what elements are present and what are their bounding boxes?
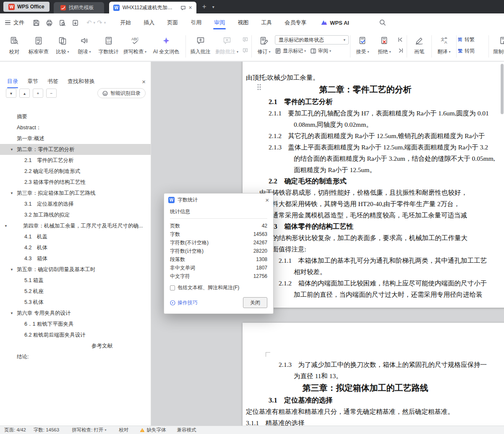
toc-item[interactable]: 第六章 专用夹具的设计 (0, 308, 151, 319)
vertical-scrollbar[interactable] (500, 63, 504, 424)
compare-button[interactable]: 比较 (52, 32, 73, 61)
track-changes-label: 修订 (257, 48, 270, 55)
dialog-title-bar[interactable]: W 字数统计 × (164, 193, 273, 206)
zoom-in-outline-button[interactable]: + (33, 89, 43, 98)
to-traditional-button[interactable]: 简 转繁 (458, 36, 487, 43)
document-page-2[interactable]: 2.1.3 为了减少加工中的换刀次数，箱体上的紧固孔的尺寸规格应保持一 为直径 … (243, 323, 504, 426)
ai-polish-button[interactable]: AI 全文润色 (148, 32, 184, 61)
toc-item[interactable]: 5.1 箱盖 (0, 275, 151, 286)
word-count-button[interactable]: 123 字数统计 (95, 32, 122, 61)
reject-revision-button[interactable]: 拒绝 (373, 32, 395, 61)
collapse-all-button[interactable]: ▾ (6, 89, 16, 98)
close-sidebar-icon[interactable]: × (142, 78, 146, 85)
toc-item-selected[interactable]: 第二章：零件工艺的分析 (0, 144, 151, 155)
wps-ai-label: WPS AI (330, 20, 349, 26)
wps-office-home-button[interactable]: W WPS Office (3, 2, 50, 12)
toc-item[interactable]: Abstract： (0, 122, 151, 133)
tab-view[interactable]: 视图 (238, 13, 248, 32)
file-menu-button[interactable]: 文件 (5, 19, 24, 26)
next-revision-button[interactable] (396, 47, 405, 54)
restrict-editing-button[interactable]: 限制编辑 (490, 32, 504, 61)
toc-item[interactable]: 4.1 机盖 (0, 231, 151, 242)
translate-button[interactable]: 文A 翻译 (433, 32, 455, 61)
insert-comment-button[interactable]: 插入批注 (187, 32, 214, 61)
smart-toc-button[interactable]: 智能识别目录 (97, 88, 146, 98)
accept-revision-button[interactable]: 接受 (352, 32, 373, 61)
expand-all-button[interactable]: ▴ (19, 89, 30, 98)
sidebar-tab-find-replace[interactable]: 查找和替换 (68, 78, 95, 85)
to-simplified-button[interactable]: 繁 转简 (458, 47, 487, 55)
redo-icon[interactable]: ↷ (97, 19, 102, 26)
print-icon[interactable] (46, 19, 53, 26)
toc-item[interactable]: 6．1 粗铣下平面夹具 (0, 319, 151, 329)
document-page-1[interactable]: 由顶托;吹械少加工余量。 第二章：零件工艺的分析 2.1 零件的工艺分析 2.1… (243, 62, 504, 308)
delete-comment-button[interactable]: 删除批注 (214, 32, 240, 61)
tab-insert[interactable]: 插入 (144, 13, 154, 32)
toc-item[interactable]: 摘要 (0, 111, 151, 122)
close-dialog-button[interactable]: 关闭 (243, 297, 267, 308)
undo-dropdown-icon[interactable]: ▾ (94, 21, 96, 25)
print-preview-icon[interactable] (59, 19, 66, 26)
tab-review-active[interactable]: 审阅 (214, 13, 225, 32)
toc-item[interactable]: 第三章：拟定箱体加工的工艺路线 (0, 188, 151, 199)
tab-tools[interactable]: 工具 (261, 13, 272, 32)
toc-item[interactable]: 第五章：确定切削用量及基本工时 (0, 264, 151, 275)
sidebar-tab-bookmarks[interactable]: 书签 (47, 78, 58, 85)
tab-home[interactable]: 开始 (120, 13, 131, 32)
toc-item[interactable]: 参考文献 (0, 340, 151, 351)
scrollbar-thumb[interactable] (501, 64, 504, 114)
output-pdf-icon[interactable] (72, 19, 79, 26)
toc-item[interactable]: 2.2 确定毛坯的制造形式 (0, 166, 151, 177)
toc-item[interactable]: 2.1 零件的工艺分析 (0, 155, 151, 166)
sidebar-tab-chapters[interactable]: 章节 (27, 78, 38, 85)
toc-item[interactable]: 6.2 粗铣前后端面夹具设计 (0, 329, 151, 340)
save-icon[interactable] (33, 19, 40, 26)
tab-document-active[interactable]: W WHX112减速机壳加工工艺及 × (109, 2, 196, 13)
missing-font-warning[interactable]: ! 缺失字体 (140, 427, 166, 433)
close-tab-icon[interactable]: × (189, 5, 192, 10)
previous-comment-button[interactable] (241, 36, 249, 43)
wps-ai-button[interactable]: WPS AI (321, 19, 349, 26)
standard-review-button[interactable]: 标准审查 (25, 32, 52, 61)
spell-check-toggle[interactable]: 拼写检查: 打开 (72, 427, 106, 433)
toc-item[interactable]: 4.3 箱体 (0, 253, 151, 264)
read-aloud-button[interactable]: 朗读 (73, 32, 95, 61)
proofread-status[interactable]: 校对 (119, 427, 129, 433)
proofread-button[interactable]: 校对 (3, 32, 25, 61)
tab-list-dropdown-icon[interactable]: ▾ (212, 5, 214, 9)
previous-revision-button[interactable] (396, 36, 405, 43)
tab-page[interactable]: 页面 (167, 13, 178, 32)
toc-item[interactable]: 3.2 加工路线的拟定 (0, 209, 151, 220)
tab-member[interactable]: 会员专享 (285, 13, 306, 32)
sidebar-tab-contents[interactable]: 目录 (7, 78, 18, 85)
tips-link[interactable]: 操作技巧 (170, 299, 198, 306)
toc-item[interactable]: 4.2 机体 (0, 242, 151, 253)
toc-item[interactable]: 2.3 箱体零件的结构工艺性 (0, 177, 151, 188)
toc-item[interactable]: 5.3 机体 (0, 297, 151, 308)
tab-reference[interactable]: 引用 (191, 13, 201, 32)
redo-dropdown-icon[interactable]: ▾ (104, 21, 106, 25)
spell-check-button[interactable]: ABC 拼写检查 (122, 32, 148, 61)
dialog-close-icon[interactable]: × (265, 197, 269, 203)
zoom-out-outline-button[interactable]: − (46, 89, 57, 98)
markup-state-select[interactable]: 显示标记的最终状态 (275, 35, 349, 44)
comment-bubble-icon[interactable] (180, 5, 186, 10)
toc-item[interactable]: 3.1 定位基准的选择 (0, 199, 151, 209)
include-footnotes-checkbox[interactable] (170, 285, 175, 290)
doc-line: 以下几方面值得注意: (243, 243, 504, 255)
review-pane-button[interactable]: 审阅 (310, 47, 331, 55)
toc-item[interactable]: 第四章：机械加工余量，工序尺寸及毛坯尺寸的确... (0, 220, 151, 231)
new-tab-button[interactable]: + (202, 3, 206, 11)
track-changes-button[interactable]: 修订 (253, 32, 275, 61)
undo-icon[interactable]: ↶ (86, 19, 92, 26)
toc-item[interactable]: 第一章:概述 (0, 133, 151, 144)
next-comment-button[interactable] (241, 47, 249, 54)
toc-item[interactable]: 5.2 机座 (0, 286, 151, 297)
show-markup-button[interactable]: 显示标记 (275, 47, 306, 55)
word-count-indicator[interactable]: 字数: 14563 (34, 427, 59, 433)
tab-docer-templates[interactable]: 找稻壳模板 (54, 2, 104, 13)
doc-line: 的水平，通常采用金属模机器造型，毛坯的精度较高，毛坯加工余量可适当减 (243, 209, 504, 221)
toc-item[interactable]: 结论: (0, 351, 151, 362)
ink-pen-button[interactable]: 画笔 (408, 32, 430, 61)
search-icon[interactable] (379, 19, 386, 26)
